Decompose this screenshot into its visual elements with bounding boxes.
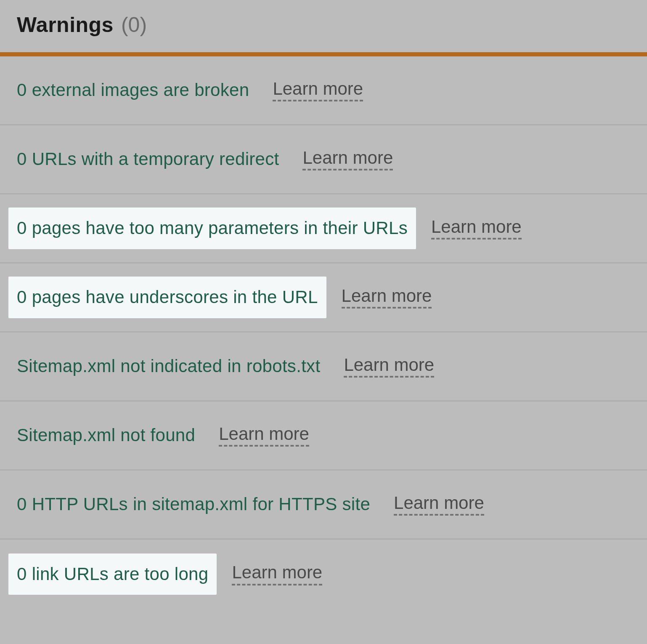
- warning-text[interactable]: 0 HTTP URLs in sitemap.xml for HTTPS sit…: [17, 494, 370, 515]
- learn-more-link[interactable]: Learn more: [344, 355, 434, 378]
- warning-text[interactable]: 0 URLs with a temporary redirect: [17, 149, 279, 170]
- warning-text[interactable]: 0 link URLs are too long: [8, 554, 217, 595]
- warnings-title: Warnings: [17, 13, 114, 37]
- warnings-panel: Warnings (0) 0 external images are broke…: [0, 0, 647, 609]
- warning-row: Sitemap.xml not found Learn more: [0, 402, 647, 471]
- section-divider: [0, 52, 647, 56]
- learn-more-link[interactable]: Learn more: [431, 217, 522, 240]
- learn-more-link[interactable]: Learn more: [232, 563, 322, 585]
- warnings-list: 0 external images are broken Learn more …: [0, 56, 647, 609]
- warning-row: 0 HTTP URLs in sitemap.xml for HTTPS sit…: [0, 471, 647, 540]
- warning-text[interactable]: Sitemap.xml not indicated in robots.txt: [17, 356, 320, 377]
- learn-more-link[interactable]: Learn more: [302, 148, 393, 170]
- warning-row: 0 pages have too many parameters in thei…: [0, 194, 647, 263]
- warning-row: 0 URLs with a temporary redirect Learn m…: [0, 125, 647, 194]
- learn-more-link[interactable]: Learn more: [273, 79, 363, 101]
- warning-row: Sitemap.xml not indicated in robots.txt …: [0, 333, 647, 402]
- warnings-count: (0): [121, 13, 147, 37]
- warnings-header: Warnings (0): [0, 0, 647, 52]
- learn-more-link[interactable]: Learn more: [219, 424, 309, 447]
- warning-text[interactable]: 0 pages have too many parameters in thei…: [8, 208, 416, 249]
- warning-row: 0 pages have underscores in the URL Lear…: [0, 263, 647, 333]
- warning-text[interactable]: Sitemap.xml not found: [17, 425, 195, 446]
- warning-text[interactable]: 0 pages have underscores in the URL: [8, 277, 326, 318]
- warning-row: 0 link URLs are too long Learn more: [0, 540, 647, 609]
- learn-more-link[interactable]: Learn more: [342, 286, 432, 309]
- warning-text[interactable]: 0 external images are broken: [17, 80, 249, 101]
- learn-more-link[interactable]: Learn more: [394, 493, 484, 516]
- warning-row: 0 external images are broken Learn more: [0, 56, 647, 125]
